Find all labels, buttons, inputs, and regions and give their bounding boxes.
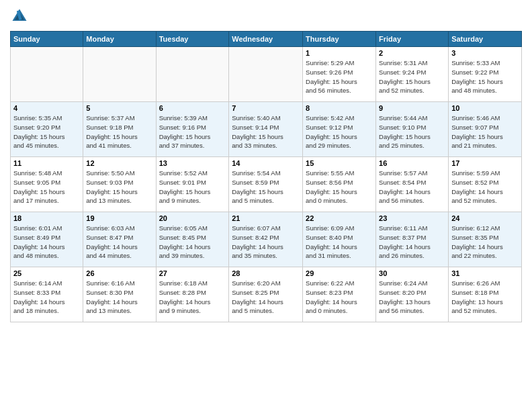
day-number: 21: [232, 214, 300, 222]
day-info: Sunrise: 6:24 AM Sunset: 8:20 PM Dayligh…: [379, 279, 445, 316]
weekday-header-thursday: Thursday: [303, 32, 376, 47]
calendar-cell: 23Sunrise: 6:11 AM Sunset: 8:37 PM Dayli…: [376, 212, 449, 267]
calendar-cell: 12Sunrise: 5:50 AM Sunset: 9:03 PM Dayli…: [83, 157, 156, 212]
day-info: Sunrise: 5:29 AM Sunset: 9:26 PM Dayligh…: [306, 58, 373, 95]
calendar-cell: 14Sunrise: 5:54 AM Sunset: 8:59 PM Dayli…: [229, 157, 303, 212]
day-number: 31: [451, 269, 519, 277]
calendar-cell: 10Sunrise: 5:46 AM Sunset: 9:07 PM Dayli…: [449, 102, 522, 157]
page: SundayMondayTuesdayWednesdayThursdayFrid…: [0, 0, 532, 411]
day-info: Sunrise: 6:03 AM Sunset: 8:47 PM Dayligh…: [86, 224, 152, 261]
calendar-week-2: 4Sunrise: 5:35 AM Sunset: 9:20 PM Daylig…: [11, 102, 522, 157]
day-number: 13: [159, 159, 226, 167]
day-info: Sunrise: 5:52 AM Sunset: 9:01 PM Dayligh…: [159, 169, 226, 205]
day-info: Sunrise: 6:22 AM Sunset: 8:23 PM Dayligh…: [306, 279, 373, 316]
day-info: Sunrise: 5:40 AM Sunset: 9:14 PM Dayligh…: [232, 113, 300, 150]
day-number: 15: [306, 159, 373, 167]
day-number: 26: [86, 269, 152, 277]
day-number: 2: [379, 49, 445, 57]
day-info: Sunrise: 6:18 AM Sunset: 8:28 PM Dayligh…: [159, 279, 226, 316]
day-info: Sunrise: 5:44 AM Sunset: 9:10 PM Dayligh…: [379, 113, 445, 150]
calendar-cell: 19Sunrise: 6:03 AM Sunset: 8:47 PM Dayli…: [83, 212, 156, 267]
day-number: 25: [13, 269, 80, 277]
header: [10, 7, 522, 26]
calendar-cell: 8Sunrise: 5:42 AM Sunset: 9:12 PM Daylig…: [303, 102, 376, 157]
day-number: 14: [232, 159, 300, 167]
day-number: 18: [13, 214, 80, 222]
calendar-cell: 3Sunrise: 5:33 AM Sunset: 9:22 PM Daylig…: [449, 47, 522, 102]
calendar-week-1: 1Sunrise: 5:29 AM Sunset: 9:26 PM Daylig…: [11, 47, 522, 102]
day-info: Sunrise: 5:46 AM Sunset: 9:07 PM Dayligh…: [451, 113, 519, 150]
day-info: Sunrise: 5:48 AM Sunset: 9:05 PM Dayligh…: [13, 169, 80, 205]
calendar-cell: 13Sunrise: 5:52 AM Sunset: 9:01 PM Dayli…: [156, 157, 229, 212]
calendar-cell: 30Sunrise: 6:24 AM Sunset: 8:20 PM Dayli…: [376, 267, 449, 322]
weekday-header-saturday: Saturday: [449, 32, 522, 47]
day-info: Sunrise: 5:33 AM Sunset: 9:22 PM Dayligh…: [451, 58, 519, 95]
calendar-cell: 2Sunrise: 5:31 AM Sunset: 9:24 PM Daylig…: [376, 47, 449, 102]
calendar-week-5: 25Sunrise: 6:14 AM Sunset: 8:33 PM Dayli…: [11, 267, 522, 322]
calendar-cell: [11, 47, 83, 102]
calendar-cell: 11Sunrise: 5:48 AM Sunset: 9:05 PM Dayli…: [11, 157, 83, 212]
day-info: Sunrise: 5:59 AM Sunset: 8:52 PM Dayligh…: [451, 169, 519, 205]
calendar-cell: 9Sunrise: 5:44 AM Sunset: 9:10 PM Daylig…: [376, 102, 449, 157]
weekday-header-wednesday: Wednesday: [229, 32, 303, 47]
day-info: Sunrise: 6:09 AM Sunset: 8:40 PM Dayligh…: [306, 224, 373, 261]
calendar-cell: 1Sunrise: 5:29 AM Sunset: 9:26 PM Daylig…: [303, 47, 376, 102]
day-info: Sunrise: 5:50 AM Sunset: 9:03 PM Dayligh…: [86, 169, 152, 205]
calendar-cell: 18Sunrise: 6:01 AM Sunset: 8:49 PM Dayli…: [11, 212, 83, 267]
day-info: Sunrise: 6:20 AM Sunset: 8:25 PM Dayligh…: [232, 279, 300, 316]
day-number: 1: [306, 49, 373, 57]
calendar-cell: [156, 47, 229, 102]
calendar-cell: 25Sunrise: 6:14 AM Sunset: 8:33 PM Dayli…: [11, 267, 83, 322]
calendar-cell: 17Sunrise: 5:59 AM Sunset: 8:52 PM Dayli…: [449, 157, 522, 212]
day-info: Sunrise: 6:26 AM Sunset: 8:18 PM Dayligh…: [451, 279, 519, 316]
calendar-cell: [83, 47, 156, 102]
day-info: Sunrise: 6:12 AM Sunset: 8:35 PM Dayligh…: [451, 224, 519, 261]
calendar-cell: 27Sunrise: 6:18 AM Sunset: 8:28 PM Dayli…: [156, 267, 229, 322]
day-info: Sunrise: 6:11 AM Sunset: 8:37 PM Dayligh…: [379, 224, 445, 261]
day-number: 3: [451, 49, 519, 57]
day-info: Sunrise: 5:42 AM Sunset: 9:12 PM Dayligh…: [306, 113, 373, 150]
calendar-header-row: SundayMondayTuesdayWednesdayThursdayFrid…: [11, 32, 522, 47]
day-number: 10: [451, 104, 519, 112]
day-number: 17: [451, 159, 519, 167]
day-number: 9: [379, 104, 445, 112]
day-number: 6: [159, 104, 226, 112]
calendar-cell: 7Sunrise: 5:40 AM Sunset: 9:14 PM Daylig…: [229, 102, 303, 157]
day-number: 12: [86, 159, 152, 167]
day-info: Sunrise: 6:07 AM Sunset: 8:42 PM Dayligh…: [232, 224, 300, 261]
day-info: Sunrise: 6:05 AM Sunset: 8:45 PM Dayligh…: [159, 224, 226, 261]
day-number: 28: [232, 269, 300, 277]
day-number: 16: [379, 159, 445, 167]
weekday-header-tuesday: Tuesday: [156, 32, 229, 47]
calendar-week-4: 18Sunrise: 6:01 AM Sunset: 8:49 PM Dayli…: [11, 212, 522, 267]
day-number: 19: [86, 214, 152, 222]
calendar-cell: 31Sunrise: 6:26 AM Sunset: 8:18 PM Dayli…: [449, 267, 522, 322]
day-number: 11: [13, 159, 80, 167]
day-info: Sunrise: 5:57 AM Sunset: 8:54 PM Dayligh…: [379, 169, 445, 205]
day-info: Sunrise: 6:01 AM Sunset: 8:49 PM Dayligh…: [13, 224, 80, 261]
calendar-cell: 16Sunrise: 5:57 AM Sunset: 8:54 PM Dayli…: [376, 157, 449, 212]
day-number: 7: [232, 104, 300, 112]
day-info: Sunrise: 5:35 AM Sunset: 9:20 PM Dayligh…: [13, 113, 80, 150]
calendar-cell: 24Sunrise: 6:12 AM Sunset: 8:35 PM Dayli…: [449, 212, 522, 267]
calendar-cell: 5Sunrise: 5:37 AM Sunset: 9:18 PM Daylig…: [83, 102, 156, 157]
calendar-cell: 20Sunrise: 6:05 AM Sunset: 8:45 PM Dayli…: [156, 212, 229, 267]
day-info: Sunrise: 5:39 AM Sunset: 9:16 PM Dayligh…: [159, 113, 226, 150]
calendar-table: SundayMondayTuesdayWednesdayThursdayFrid…: [10, 31, 522, 322]
calendar-cell: 29Sunrise: 6:22 AM Sunset: 8:23 PM Dayli…: [303, 267, 376, 322]
calendar-cell: 21Sunrise: 6:07 AM Sunset: 8:42 PM Dayli…: [229, 212, 303, 267]
logo: [10, 7, 31, 26]
calendar-cell: [229, 47, 303, 102]
calendar-cell: 26Sunrise: 6:16 AM Sunset: 8:30 PM Dayli…: [83, 267, 156, 322]
day-info: Sunrise: 5:54 AM Sunset: 8:59 PM Dayligh…: [232, 169, 300, 205]
day-info: Sunrise: 5:31 AM Sunset: 9:24 PM Dayligh…: [379, 58, 445, 95]
calendar-cell: 28Sunrise: 6:20 AM Sunset: 8:25 PM Dayli…: [229, 267, 303, 322]
calendar-cell: 6Sunrise: 5:39 AM Sunset: 9:16 PM Daylig…: [156, 102, 229, 157]
day-number: 8: [306, 104, 373, 112]
weekday-header-monday: Monday: [83, 32, 156, 47]
logo-icon: [10, 7, 29, 26]
day-number: 27: [159, 269, 226, 277]
day-number: 20: [159, 214, 226, 222]
day-number: 22: [306, 214, 373, 222]
calendar-cell: 22Sunrise: 6:09 AM Sunset: 8:40 PM Dayli…: [303, 212, 376, 267]
